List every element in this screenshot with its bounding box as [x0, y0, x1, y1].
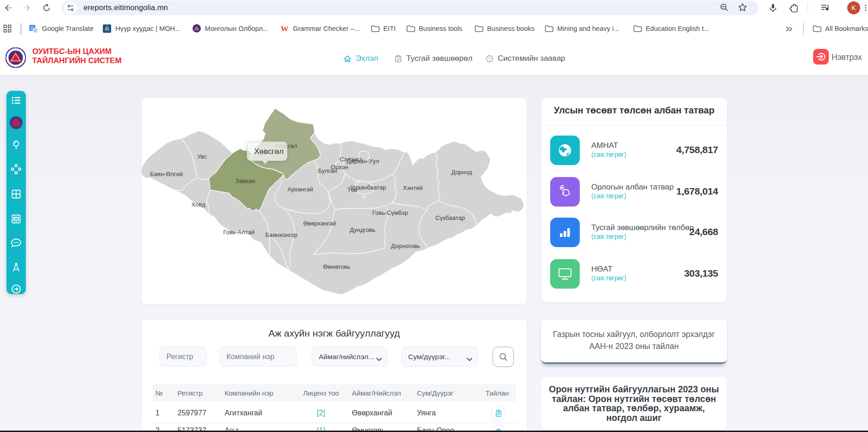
svg-text:Баян-Өлгий: Баян-Өлгий — [150, 171, 183, 178]
svg-text:Говь-Алтай: Говь-Алтай — [223, 229, 255, 236]
svg-text:Архангай: Архангай — [287, 186, 313, 193]
svg-text:Дорноговь: Дорноговь — [391, 243, 420, 249]
svg-text:Дархан-Уул: Дархан-Уул — [347, 158, 379, 165]
svg-text:Төв: Төв — [347, 186, 357, 193]
svg-text:Орхон: Орхон — [331, 164, 348, 171]
svg-text:W: W — [281, 24, 289, 33]
svg-text:Өмнөговь: Өмнөговь — [323, 263, 351, 270]
svg-text:?: ? — [488, 56, 491, 61]
svg-text:Хөвсгөл: Хөвсгөл — [254, 147, 284, 156]
svg-text:Өвөрхангай: Өвөрхангай — [303, 220, 336, 227]
svg-text:Дундговь: Дундговь — [350, 226, 375, 233]
svg-text:Дорнод: Дорнод — [451, 169, 472, 176]
svg-text:Говь-Сүмбэр: Говь-Сүмбэр — [372, 209, 408, 216]
svg-text:Баянхонгор: Баянхонгор — [265, 231, 297, 238]
svg-text:Хэнтий: Хэнтий — [403, 184, 423, 191]
svg-text:Сүхбаатар: Сүхбаатар — [435, 214, 465, 221]
svg-text:Увс: Увс — [197, 153, 207, 160]
svg-text:Ховд: Ховд — [191, 201, 206, 208]
svg-text:文: 文 — [34, 29, 37, 33]
svg-text:Завхан: Завхан — [236, 178, 256, 184]
